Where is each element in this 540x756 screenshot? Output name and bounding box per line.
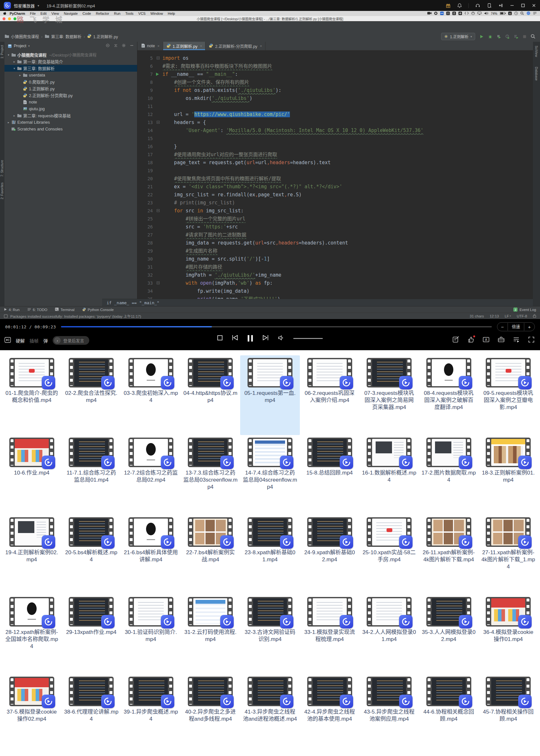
- playlist-panel-icon[interactable]: [5, 337, 11, 344]
- video-item[interactable]: 19-4.正则解析案例02.mp4: [2, 515, 62, 594]
- tree-item[interactable]: 0.爬取图片.py: [5, 79, 137, 85]
- screen-cast-icon[interactable]: [487, 3, 492, 8]
- stop-button[interactable]: [523, 35, 526, 39]
- siri-icon[interactable]: [526, 11, 530, 16]
- minimize-button[interactable]: [510, 3, 514, 8]
- bell-icon[interactable]: [457, 3, 462, 8]
- tool-window-button[interactable]: Terminal: [55, 307, 74, 312]
- app-icon-dark[interactable]: [446, 12, 450, 16]
- search-everywhere-icon[interactable]: [531, 34, 535, 39]
- menu-item[interactable]: Code: [82, 12, 91, 15]
- profiler-button[interactable]: [505, 34, 510, 39]
- editor-tab[interactable]: 1.正则解析.py×: [163, 42, 206, 50]
- debug-button[interactable]: [488, 34, 492, 39]
- hw-decode-toggle[interactable]: 硬解: [16, 337, 25, 344]
- video-item[interactable]: 37-5.模拟登录cookie操作02.mp4: [2, 674, 62, 754]
- speed-plus-button[interactable]: +: [524, 324, 535, 330]
- fold-icon[interactable]: −: [157, 57, 160, 60]
- tool-strip-project[interactable]: 1: Project: [0, 45, 4, 59]
- video-item[interactable]: 12-7.2综合练习之药监总局02.mp4: [121, 435, 181, 515]
- control-center-icon[interactable]: [533, 12, 537, 15]
- editor-tab[interactable]: note×: [138, 42, 163, 50]
- previous-button[interactable]: [232, 335, 239, 342]
- menu-item[interactable]: PyCharm: [10, 12, 25, 15]
- tool-window-button[interactable]: 6: TODO: [27, 308, 48, 312]
- fold-icon[interactable]: −: [157, 121, 160, 124]
- breadcrumb-item[interactable]: 第三章: 数据解析: [45, 33, 81, 40]
- tree-item[interactable]: ▾小猿圈爬虫课程~/Desktop/小猿圈爬虫课程: [5, 51, 137, 58]
- menu-item[interactable]: Refactor: [96, 12, 109, 15]
- cc-icon[interactable]: [434, 12, 438, 16]
- stop-button[interactable]: [217, 335, 223, 342]
- video-item[interactable]: 43-5.异步爬虫之线程池案例应用.mp4: [359, 674, 419, 754]
- video-display[interactable]: PyCharmFileEditViewNavigateCodeRefactorR…: [0, 11, 540, 319]
- subtitle-icon[interactable]: A: [482, 336, 489, 344]
- pause-button[interactable]: [248, 335, 253, 341]
- video-item[interactable]: 18-3.正则解析案例01.mp4: [478, 435, 538, 515]
- menu-item[interactable]: VCS: [138, 12, 146, 15]
- speed-label[interactable]: 倍速: [507, 323, 524, 331]
- volume-icon[interactable]: [484, 12, 488, 16]
- camera-icon[interactable]: [427, 12, 432, 15]
- menu-item[interactable]: View: [51, 12, 59, 15]
- video-item[interactable]: 39-1.异步爬虫概述.mp4: [121, 674, 181, 754]
- tree-item[interactable]: ▸第二章: requests模块基础: [5, 112, 137, 119]
- tree-item[interactable]: Scratches and Consoles: [5, 126, 137, 132]
- video-item[interactable]: 36-4.模拟登录cookie操作01.mp4: [478, 594, 538, 674]
- tab-close-icon[interactable]: ×: [260, 44, 262, 48]
- video-item[interactable]: 07-3.requests模块巩固深入案例之简易网页采集器.mp4: [359, 355, 419, 435]
- video-item[interactable]: 10-6.作业.mp4: [2, 435, 62, 515]
- tool-strip-structure[interactable]: 7: Structure: [0, 160, 4, 177]
- tool-strip-favorites[interactable]: 2: Favorites: [0, 182, 4, 199]
- lock-icon[interactable]: [533, 314, 536, 318]
- video-item[interactable]: 20-5.bs4解析概述.mp4: [62, 515, 121, 594]
- run-button[interactable]: [479, 34, 484, 39]
- video-item[interactable]: 25-10.xpath实战-58二手房.mp4: [359, 515, 419, 594]
- tool-window-button[interactable]: Python Console: [82, 307, 114, 312]
- maximize-traffic-light[interactable]: [14, 17, 16, 20]
- video-item[interactable]: 40-2.异步爬虫之多进程and多线程.mp4: [181, 674, 240, 754]
- run-config-select[interactable]: 1.正则解析 ▾: [441, 33, 475, 40]
- next-button[interactable]: [262, 335, 269, 342]
- tree-item[interactable]: 2.正则解析-分页爬取.py: [5, 92, 137, 98]
- danmu-toggle[interactable]: 弹: [43, 337, 48, 344]
- video-item[interactable]: 13-7.3.综合练习之药监总局03screenflow.mp4: [181, 435, 240, 515]
- breadcrumb-item[interactable]: 1.正则解析.py: [87, 33, 118, 40]
- tool-strip-database[interactable]: Database: [535, 67, 538, 81]
- video-item[interactable]: 04-4.http&https协议.mp4: [181, 355, 240, 435]
- collapse-all-icon[interactable]: [114, 43, 118, 49]
- video-item[interactable]: 23-8.xpath解析基础01.mp4: [240, 515, 300, 594]
- video-item[interactable]: 26-11.xpath解析案例-4k图片解析下载.mp4: [419, 515, 479, 594]
- mini-mode-icon[interactable]: [498, 3, 503, 8]
- video-item[interactable]: 15-8.总结回顾.mp4: [300, 435, 359, 515]
- video-item[interactable]: 30-1.验证码识别简介.mp4: [121, 594, 181, 674]
- video-item[interactable]: 35-3.人人网模拟登录02.mp4: [419, 594, 479, 674]
- fold-icon[interactable]: −: [157, 209, 160, 212]
- search-icon[interactable]: [520, 12, 524, 16]
- menu-item[interactable]: Tools: [125, 12, 134, 15]
- video-item[interactable]: 33-1.模拟登录实现流程梳理.mp4: [300, 594, 359, 674]
- breadcrumb-item[interactable]: 小猿圈爬虫课程: [5, 33, 39, 40]
- tool-strip-sciview[interactable]: SciView: [535, 46, 538, 57]
- tree-item[interactable]: ▾第三章: 数据解析: [5, 65, 137, 72]
- menu-item[interactable]: Navigate: [64, 12, 78, 15]
- menu-item[interactable]: File: [30, 12, 36, 15]
- video-item[interactable]: 29-13xpath作业.mp4: [62, 594, 121, 674]
- video-item[interactable]: 24-9.xpath解析基础02.mp4: [300, 515, 359, 594]
- video-item[interactable]: 27-11.xpath解析案例-4k图片解析下载_1.mp4: [478, 515, 538, 594]
- video-item[interactable]: 22-7.bs4解析案例实战.mp4: [181, 515, 240, 594]
- project-panel-header[interactable]: Project ▾: [5, 42, 137, 50]
- tab-close-icon[interactable]: ×: [157, 44, 159, 48]
- gear-icon[interactable]: [122, 43, 126, 49]
- video-item[interactable]: 28-12.xpath解析案例-全国城市名称爬取.mp4: [2, 594, 62, 674]
- video-item[interactable]: 32-3.古诗文网验证码识别.mp4: [240, 594, 300, 674]
- fullscreen-icon[interactable]: [528, 336, 535, 344]
- line-ending-select[interactable]: LF▾: [505, 314, 511, 318]
- video-item[interactable]: 03-3.爬虫初始深入.mp4: [121, 355, 181, 435]
- tree-item[interactable]: note: [5, 98, 137, 105]
- playlist-icon[interactable]: [513, 336, 520, 344]
- video-item[interactable]: 01-1.爬虫简介-爬虫的概念和价值.mp4: [2, 355, 62, 435]
- tree-item[interactable]: ▸userdata: [5, 72, 137, 79]
- menu-item[interactable]: Run: [114, 12, 120, 15]
- video-item[interactable]: 09-5.requests模块巩固深入案例之豆瓣电影.mp4: [478, 355, 538, 435]
